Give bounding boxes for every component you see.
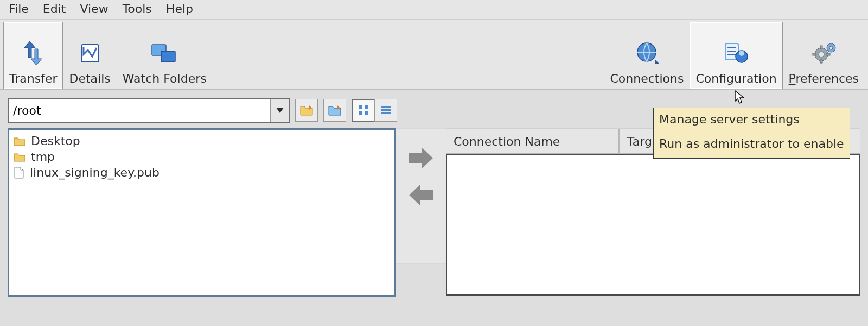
menu-bar: File Edit View Tools Help xyxy=(0,0,868,20)
list-item[interactable]: Desktop xyxy=(14,133,390,149)
transfer-icon xyxy=(20,38,46,68)
details-icon xyxy=(78,38,102,68)
send-left-arrow-icon[interactable] xyxy=(407,183,435,208)
list-item[interactable]: linux_signing_key.pub xyxy=(14,165,390,180)
menu-view[interactable]: View xyxy=(74,1,113,17)
menu-tools[interactable]: Tools xyxy=(117,1,157,17)
svg-rect-14 xyxy=(820,60,822,63)
folder-up-icon xyxy=(328,104,342,116)
watch-folders-icon xyxy=(150,38,178,68)
svg-rect-22 xyxy=(359,105,362,109)
file-name: Desktop xyxy=(31,134,80,148)
details-button[interactable]: Details xyxy=(63,22,116,89)
path-input[interactable] xyxy=(9,99,270,122)
file-name: linux_signing_key.pub xyxy=(30,166,159,179)
svg-rect-27 xyxy=(381,109,391,111)
svg-rect-15 xyxy=(813,53,816,55)
main-toolbar: Transfer Details Watch Folders xyxy=(0,20,868,90)
list-icon xyxy=(380,105,391,116)
configuration-icon xyxy=(722,38,750,68)
details-label: Details xyxy=(69,72,110,85)
preferences-button[interactable]: Preferences xyxy=(783,22,865,89)
svg-rect-25 xyxy=(365,111,368,115)
file-icon xyxy=(14,167,24,179)
svg-point-12 xyxy=(819,52,824,57)
local-file-pane[interactable]: Desktop tmp linux_signing_key.pub xyxy=(8,128,396,297)
svg-point-18 xyxy=(829,46,833,49)
svg-point-10 xyxy=(739,51,744,56)
send-right-arrow-icon[interactable] xyxy=(407,146,435,171)
file-name: tmp xyxy=(31,150,55,164)
transfer-label: Transfer xyxy=(9,72,57,85)
svg-rect-24 xyxy=(359,111,362,115)
svg-rect-26 xyxy=(381,106,391,108)
svg-marker-19 xyxy=(276,108,284,113)
path-dropdown-button[interactable] xyxy=(270,99,289,122)
svg-rect-28 xyxy=(381,112,391,114)
tooltip-line1: Manage server settings xyxy=(659,111,844,128)
open-folder-button[interactable] xyxy=(295,99,318,122)
column-connection-name[interactable]: Connection Name xyxy=(446,129,620,153)
view-mode-group xyxy=(352,99,397,122)
up-folder-button[interactable] xyxy=(323,99,346,122)
icon-view-button[interactable] xyxy=(352,99,374,122)
svg-marker-4 xyxy=(655,60,660,64)
configuration-tooltip: Manage server settings Run as administra… xyxy=(653,108,850,159)
grid-icon xyxy=(358,105,369,116)
menu-edit[interactable]: Edit xyxy=(37,1,72,17)
path-combo[interactable] xyxy=(8,98,290,123)
configuration-button[interactable]: Configuration xyxy=(690,22,782,89)
folder-open-icon xyxy=(299,104,314,116)
folder-icon xyxy=(14,136,25,146)
list-item[interactable]: tmp xyxy=(14,149,390,165)
folder-icon xyxy=(14,152,25,162)
menu-file[interactable]: File xyxy=(3,1,34,17)
tooltip-line2: Run as administrator to enable xyxy=(659,136,844,153)
svg-rect-2 xyxy=(161,51,175,62)
watch-folders-label: Watch Folders xyxy=(123,72,207,85)
svg-rect-16 xyxy=(827,53,830,55)
transfer-button[interactable]: Transfer xyxy=(3,22,63,89)
preferences-label: Preferences xyxy=(789,72,859,85)
preferences-gear-icon xyxy=(809,38,838,68)
transfer-controls xyxy=(396,128,446,264)
svg-rect-23 xyxy=(365,105,368,109)
chevron-down-icon xyxy=(276,108,284,113)
connections-table-body[interactable] xyxy=(446,154,860,296)
globe-icon xyxy=(634,38,660,68)
connections-label: Connections xyxy=(610,72,684,85)
menu-help[interactable]: Help xyxy=(161,1,199,17)
list-view-button[interactable] xyxy=(374,99,397,122)
svg-rect-13 xyxy=(820,46,822,49)
watch-folders-button[interactable]: Watch Folders xyxy=(117,22,213,89)
configuration-label: Configuration xyxy=(695,72,776,85)
connections-button[interactable]: Connections xyxy=(604,22,690,89)
